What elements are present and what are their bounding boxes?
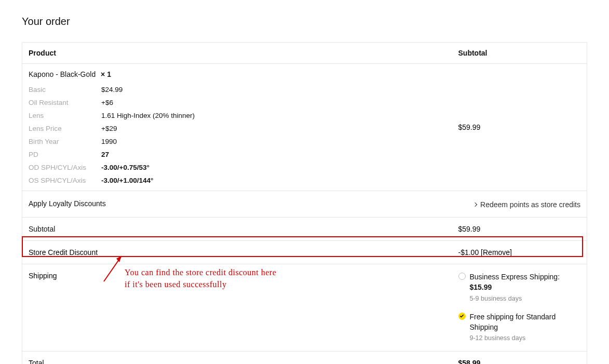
subtotal-value: $59.99 <box>458 225 481 233</box>
total-value: $58.99 <box>458 359 481 364</box>
ship-express-note: 5-9 business days <box>470 294 581 303</box>
attr-oil-label: Oil Resistant <box>29 99 101 106</box>
annotation-line2: if it's been used successfully <box>125 280 227 289</box>
total-label: Total <box>22 352 452 364</box>
attr-lens-label: Lens <box>29 112 101 119</box>
page-title: Your order <box>22 16 587 28</box>
header-subtotal: Subtotal <box>452 43 587 64</box>
attr-lens-price-label: Lens Price <box>29 125 101 132</box>
attr-basic-value: $24.99 <box>101 86 446 93</box>
radio-icon <box>458 273 466 280</box>
attr-oil-value: +$6 <box>101 99 446 106</box>
product-name: Kapono - Black-Gold <box>29 70 96 78</box>
ship-express-price: $15.99 <box>470 283 492 291</box>
annotation-line1: You can find the store credit discount h… <box>125 268 276 277</box>
product-name-line: Kapono - Black-Gold × 1 <box>29 70 446 78</box>
attr-od-value: -3.00/+0.75/53° <box>101 164 446 171</box>
chevron-right-icon <box>473 203 477 207</box>
order-summary-table: Product Subtotal Kapono - Black-Gold × 1… <box>22 42 587 364</box>
shipping-options: Business Express Shipping: $15.99 5-9 bu… <box>458 272 581 343</box>
shipping-option-express[interactable]: Business Express Shipping: $15.99 5-9 bu… <box>458 272 581 303</box>
attr-pd-label: PD <box>29 151 101 158</box>
attr-os-label: OS SPH/CYL/Axis <box>29 177 101 184</box>
ship-free-note: 9-12 business days <box>470 333 581 343</box>
loyalty-label: Apply Loyalty Discounts <box>22 191 452 218</box>
ship-express-name: Business Express Shipping: <box>470 273 560 281</box>
product-attributes: Basic $24.99 Oil Resistant +$6 Lens 1.61… <box>29 86 446 184</box>
order-table-wrapper: Product Subtotal Kapono - Black-Gold × 1… <box>22 42 587 364</box>
attr-birth-year-value: 1990 <box>101 138 446 145</box>
product-subtotal: $59.99 <box>458 123 481 131</box>
store-credit-label: Store Credit Discount <box>22 241 452 264</box>
redeem-points-link[interactable]: Redeem points as store credits <box>473 200 580 209</box>
product-qty: 1 <box>107 70 111 78</box>
attr-birth-year-label: Birth Year <box>29 138 101 145</box>
header-product: Product <box>22 43 452 64</box>
attr-od-label: OD SPH/CYL/Axis <box>29 164 101 171</box>
annotation-text: You can find the store credit discount h… <box>125 266 276 290</box>
product-qty-prefix: × <box>101 70 107 78</box>
ship-free-name: Free shipping for Standard Shipping <box>470 313 556 331</box>
attr-pd-value: 27 <box>101 151 446 158</box>
shipping-option-free[interactable]: Free shipping for Standard Shipping 9-12… <box>458 312 581 343</box>
attr-lens-price-value: +$29 <box>101 125 446 132</box>
radio-selected-icon <box>458 313 466 320</box>
subtotal-label: Subtotal <box>22 218 452 241</box>
store-credit-value: -$1.00 <box>458 248 481 257</box>
attr-os-value: -3.00/+1.00/144° <box>101 177 446 184</box>
attr-lens-value: 1.61 High-Index (20% thinner) <box>101 112 446 119</box>
attr-basic-label: Basic <box>29 86 101 93</box>
store-credit-remove-link[interactable]: [Remove] <box>481 248 512 257</box>
redeem-points-text: Redeem points as store credits <box>480 200 580 209</box>
